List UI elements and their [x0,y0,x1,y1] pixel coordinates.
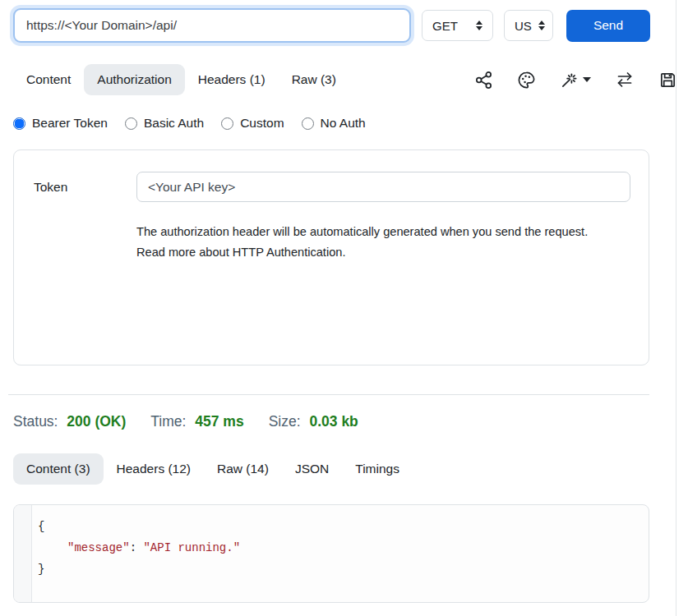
chevron-down-icon [583,77,591,82]
region-select-value: US [515,19,532,33]
size-label: Size: [269,413,301,430]
code-line: { [38,516,649,537]
time-label: Time: [150,413,186,430]
api-tester-widget: GET US Send Content Authorization Header… [0,0,688,616]
radio-label: No Auth [321,116,366,131]
code-line: } [38,559,649,580]
section-divider [8,394,649,395]
tab-headers[interactable]: Headers (1) [185,64,279,95]
url-input[interactable] [13,8,411,43]
code-gutter [14,505,32,602]
radio-icon [125,117,137,130]
request-tabs: Content Authorization Headers (1) Raw (3… [13,64,349,95]
code-area: { "message": "API running." } [32,505,649,602]
share-icon[interactable] [474,71,493,90]
region-select[interactable]: US [504,10,553,41]
radio-icon [13,117,25,130]
radio-no-auth[interactable]: No Auth [302,116,366,131]
tab-raw[interactable]: Raw (3) [279,64,349,95]
magic-wand-dropdown-icon[interactable] [560,71,591,90]
select-arrows-icon [538,21,545,30]
code-line: "message": "API running." [38,537,649,559]
response-status-row: Status: 200 (OK) Time: 457 ms Size: 0.03… [13,413,688,430]
token-input[interactable] [136,172,630,202]
resp-tab-headers[interactable]: Headers (12) [104,453,204,485]
resp-tab-json[interactable]: JSON [282,453,342,485]
size-value: 0.03 kb [309,413,358,430]
request-tabs-row: Content Authorization Headers (1) Raw (3… [13,64,688,95]
auth-type-options: Bearer Token Basic Auth Custom No Auth [13,116,688,131]
radio-bearer-token[interactable]: Bearer Token [13,116,108,131]
radio-basic-auth[interactable]: Basic Auth [125,116,204,131]
save-icon[interactable] [658,71,677,90]
token-panel: Token The authorization header will be a… [13,149,649,365]
radio-custom[interactable]: Custom [221,116,284,131]
radio-icon [221,117,233,130]
token-label: Token [34,180,136,195]
tab-authorization[interactable]: Authorization [84,64,184,95]
page-column-divider [676,0,676,616]
tab-content[interactable]: Content [13,64,84,95]
toolbar [474,70,677,90]
status-label: Status: [13,413,58,430]
send-button[interactable]: Send [566,10,650,42]
select-arrows-icon [476,21,483,30]
status-value: 200 (OK) [67,413,126,430]
palette-icon[interactable] [517,71,536,90]
time-value: 457 ms [195,413,243,430]
radio-icon [302,117,314,130]
radio-label: Bearer Token [32,116,108,131]
resp-tab-raw[interactable]: Raw (14) [204,453,282,485]
method-select-value: GET [432,19,458,33]
request-bar: GET US Send [0,0,688,43]
radio-label: Basic Auth [144,116,204,131]
resp-tab-content[interactable]: Content (3) [13,453,104,485]
resp-tab-timings[interactable]: Timings [342,453,413,485]
method-select[interactable]: GET [422,10,493,41]
response-body-code[interactable]: { "message": "API running." } [13,504,649,603]
response-tabs: Content (3) Headers (12) Raw (14) JSON T… [13,453,688,485]
swap-arrows-icon[interactable] [615,70,635,90]
token-help-text: The authorization header will be automat… [136,222,607,263]
radio-label: Custom [240,116,284,131]
